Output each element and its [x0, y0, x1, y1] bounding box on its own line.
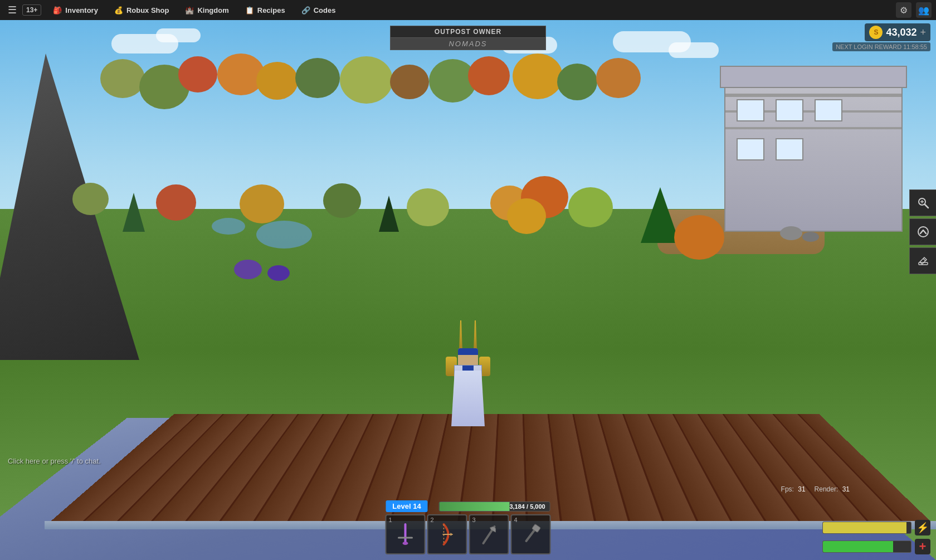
svg-point-4: [918, 227, 928, 237]
robux-icon: 💰: [114, 5, 124, 15]
hotbar-slot-4[interactable]: 4: [511, 514, 551, 554]
building-roof: [720, 66, 907, 88]
coin-icon: S: [869, 26, 883, 39]
cloud: [156, 28, 201, 42]
svg-point-9: [403, 542, 408, 545]
rock: [780, 226, 802, 240]
nav-inventory[interactable]: 🎒 Inventory: [46, 3, 105, 17]
right-buttons: [909, 189, 936, 274]
svg-line-6: [923, 259, 925, 261]
character: [446, 348, 490, 426]
bush: [234, 260, 262, 279]
currency-row: S 43,032 +: [865, 23, 930, 41]
svg-line-1: [925, 204, 928, 208]
outpost-owner-name: NOMADS: [390, 38, 546, 50]
pond: [256, 221, 312, 249]
kingdom-icon: 🏰: [184, 5, 194, 15]
inventory-icon: 🎒: [52, 5, 62, 15]
game-viewport[interactable]: Click here or press '/' to chat.: [0, 20, 936, 560]
zoom-button[interactable]: [909, 189, 936, 216]
outpost-banner: OUTPOST OWNER NOMADS: [390, 26, 546, 50]
slot-item-1: [393, 522, 418, 547]
nav-kingdom[interactable]: 🏰 Kingdom: [178, 3, 235, 17]
settings-area: ⚙ 👥: [896, 2, 932, 18]
building: [724, 76, 903, 232]
currency-display: S 43,032 + NEXT LOGIN REWARD 11:58:55: [832, 23, 930, 51]
slot-item-3: [477, 522, 501, 547]
slot-item-2: [435, 522, 460, 547]
orange-tree: [674, 215, 724, 260]
player-level-badge: 13+: [22, 4, 41, 16]
nav-recipes[interactable]: 📋 Recipes: [238, 3, 292, 17]
platform: [0, 326, 936, 560]
up-button[interactable]: [909, 218, 936, 245]
bush: [267, 265, 290, 281]
codes-icon: 🔗: [301, 5, 311, 15]
slot-number-3: 3: [472, 517, 476, 523]
outpost-title: OUTPOST OWNER: [390, 26, 546, 38]
slot-number-4: 4: [514, 517, 518, 523]
edit-button[interactable]: [909, 247, 936, 274]
chat-hint[interactable]: Click here or press '/' to chat.: [8, 457, 101, 465]
hotbar-slot-1[interactable]: 1: [386, 514, 426, 554]
currency-add-button[interactable]: +: [920, 27, 926, 38]
hotbar-slot-3[interactable]: 3: [469, 514, 509, 554]
currency-amount: 43,032: [886, 27, 916, 38]
recipes-icon: 📋: [245, 5, 255, 15]
pond: [212, 218, 245, 235]
magnify-icon: [917, 197, 929, 209]
login-reward-timer: NEXT LOGIN REWARD 11:58:55: [832, 42, 930, 51]
social-button[interactable]: 👥: [916, 2, 932, 18]
slot-number-2: 2: [431, 517, 434, 523]
slot-number-1: 1: [389, 517, 392, 523]
pencil-icon: [917, 255, 929, 267]
chevron-up-icon: [917, 226, 929, 238]
nav-robux-shop[interactable]: 💰 Robux Shop: [107, 3, 176, 17]
hotbar-slot-2[interactable]: 2: [427, 514, 467, 554]
menu-icon[interactable]: ☰: [4, 2, 20, 18]
settings-gear-button[interactable]: ⚙: [896, 2, 911, 18]
rock: [802, 232, 819, 242]
slot-item-4: [519, 522, 543, 547]
topbar: ☰ 13+ 🎒 Inventory 💰 Robux Shop 🏰 Kingdom…: [0, 0, 936, 20]
char-cape: [451, 371, 485, 426]
svg-marker-12: [451, 533, 453, 536]
nav-codes[interactable]: 🔗 Codes: [294, 3, 343, 17]
